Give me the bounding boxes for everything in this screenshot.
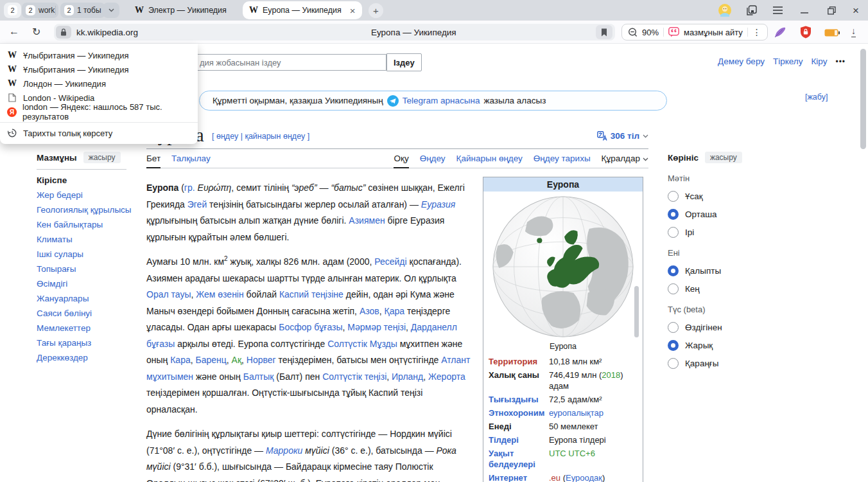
top-link[interactable]: Тіркелу <box>773 57 803 66</box>
top-link[interactable]: Кіру <box>811 57 827 66</box>
back-button[interactable]: ← <box>9 26 19 37</box>
page-tab[interactable]: Өңдеу тарихы <box>534 154 591 163</box>
wiki-link[interactable]: 2018 <box>602 370 620 380</box>
infobox-image[interactable] <box>483 192 643 340</box>
page-tab[interactable]: Өңдеу <box>420 154 446 163</box>
more-options-icon[interactable]: ⋮ <box>752 27 761 37</box>
infobox-label-link[interactable]: Уақыт белдеулері <box>483 448 549 470</box>
toc-item[interactable]: Ішкі сулары <box>37 250 138 259</box>
wiki-link[interactable]: Ақ <box>232 355 241 365</box>
suggestion-item[interactable]: WЛондон — Уикипедия <box>0 76 198 91</box>
radio-button[interactable] <box>668 209 679 220</box>
wiki-link[interactable]: UTC UTC+6 <box>549 449 595 458</box>
toc-item[interactable]: Жануарлары <box>37 294 138 303</box>
downloads-button[interactable]: ↓ <box>851 25 856 37</box>
wiki-link[interactable]: Еуроодақ <box>566 473 602 482</box>
wiki-link[interactable]: Норвег <box>247 355 276 365</box>
profile-avatar[interactable] <box>718 4 732 17</box>
telegram-channel-link[interactable]: Telegram арнасына <box>403 96 480 105</box>
tab-group-chevron-button[interactable] <box>103 3 119 18</box>
restore-button[interactable] <box>824 4 838 17</box>
wiki-link[interactable]: гр. <box>184 183 195 193</box>
suggestion-item[interactable]: WҰлыбритания — Уикипедия <box>0 62 198 76</box>
tab-group-toby[interactable]: 2 1 тобы <box>60 3 105 18</box>
zoom-out-icon[interactable] <box>628 28 638 37</box>
wiki-link[interactable]: Баренц <box>196 355 227 365</box>
language-selector[interactable]: 306 тіл <box>597 131 648 141</box>
wiki-link[interactable]: Кара <box>170 355 191 365</box>
ssl-lock-badge[interactable] <box>56 26 71 39</box>
appearance-option[interactable]: Жарық <box>668 340 751 351</box>
wiki-link[interactable]: Ирланд <box>392 371 423 382</box>
new-tab-button[interactable]: + <box>369 3 383 18</box>
page-tab[interactable]: Бет <box>146 154 161 163</box>
toc-item[interactable]: Саяси бөлінуі <box>37 309 138 318</box>
radio-button[interactable] <box>668 227 679 238</box>
wiki-link[interactable]: Қара <box>385 306 405 316</box>
tab-close-icon[interactable]: × <box>350 5 356 16</box>
appearance-option[interactable]: Қараңғы <box>668 358 751 369</box>
banner-close-link[interactable]: [жабу] <box>805 93 828 102</box>
wiki-link[interactable]: Босфор бұғазы <box>279 322 342 332</box>
page-tab[interactable]: Талқылау <box>171 154 211 163</box>
wiki-link[interactable]: Мәрмәр теңізі <box>347 322 406 332</box>
wiki-link[interactable]: Балтық <box>243 371 274 382</box>
infobox-label-link[interactable]: Тығыздығы <box>483 394 549 405</box>
bookmark-flag-button[interactable] <box>596 25 612 39</box>
protect-button[interactable] <box>800 26 812 41</box>
appearance-option[interactable]: Ұсақ <box>668 191 751 202</box>
wiki-link[interactable]: Азов <box>360 306 379 316</box>
page-scrollbar-thumb[interactable] <box>860 49 866 149</box>
toc-item[interactable]: Жер бедері <box>37 191 138 200</box>
appearance-hide-button[interactable]: жасыру <box>705 152 742 163</box>
browser-menu-button[interactable] <box>770 4 785 17</box>
page-tab[interactable]: Оқу <box>394 154 408 163</box>
wiki-link[interactable]: Каспий теңізіне <box>279 289 343 299</box>
battery-button[interactable] <box>824 28 840 39</box>
url-text[interactable]: kk.wikipedia.org <box>76 28 138 37</box>
side-panel-button[interactable] <box>745 4 759 17</box>
toc-item[interactable]: Климаты <box>37 235 138 244</box>
appearance-option[interactable]: Орташа <box>668 209 751 220</box>
read-aloud-label[interactable]: мазмұнын айту <box>684 28 743 37</box>
wiki-link[interactable]: Жерорта <box>428 371 465 382</box>
tab-group-work[interactable]: 2 work <box>22 3 58 18</box>
infobox-label-link[interactable]: Интернет үйшігі <box>483 472 549 482</box>
alice-pen-button[interactable] <box>774 26 786 41</box>
radio-button[interactable] <box>668 340 679 351</box>
infobox-label-link[interactable]: Территория <box>483 356 549 367</box>
wiki-link[interactable]: .eu <box>549 473 560 482</box>
minimize-button[interactable] <box>797 4 812 17</box>
toc-hide-button[interactable]: жасыру <box>83 152 121 163</box>
toc-item[interactable]: Топырағы <box>37 265 138 274</box>
toc-item[interactable]: Мемлекеттер <box>37 324 138 333</box>
wiki-link[interactable]: Орал тауы <box>146 289 191 299</box>
show-full-history-item[interactable]: Тарихты толық көрсету <box>0 126 198 140</box>
appearance-option[interactable]: Қалыпты <box>668 265 751 276</box>
infobox-label-link[interactable]: Тілдері <box>483 434 549 445</box>
toc-item[interactable]: Геологиялық құрылысы <box>37 206 138 215</box>
radio-button[interactable] <box>668 283 679 294</box>
toc-item[interactable]: Өсімдігі <box>37 280 138 289</box>
wiki-link[interactable]: Азиямен <box>349 215 385 226</box>
infobox-label-link[interactable]: Этнохороним <box>483 407 549 418</box>
suggestion-item[interactable]: Яlondon — Яндекс: нашлось 587 тыс. резул… <box>0 105 198 119</box>
wiki-link[interactable]: Марроки <box>266 445 302 456</box>
close-window-button[interactable]: × <box>849 4 863 17</box>
address-bar[interactable]: kk.wikipedia.org Еуропа — Уикипедия <box>54 24 615 40</box>
wiki-search-input[interactable] <box>194 54 386 71</box>
wiki-link[interactable]: Солтүстік теңізі <box>322 371 386 382</box>
page-tab[interactable]: Қайнарын өңдеу <box>456 154 523 163</box>
content-scrollbar-thumb[interactable] <box>634 286 639 337</box>
radio-button[interactable] <box>668 322 679 333</box>
appearance-option[interactable]: Өздігінен <box>668 322 751 333</box>
wiki-link[interactable]: Эгей <box>187 199 207 210</box>
tab-europa-active[interactable]: W Еуропа — Уикипедия × <box>243 1 362 19</box>
toc-item[interactable]: Кіріспе <box>37 176 138 185</box>
wiki-link[interactable]: еуропалықтар <box>549 408 603 418</box>
radio-button[interactable] <box>668 191 679 202</box>
appearance-option[interactable]: Ірі <box>668 227 751 238</box>
wiki-link[interactable]: Ресейді <box>374 256 406 267</box>
wiki-link[interactable]: Еуразия <box>421 199 455 210</box>
title-edit-links[interactable]: [ өңдеу | қайнарын өңдеу ] <box>212 132 309 141</box>
